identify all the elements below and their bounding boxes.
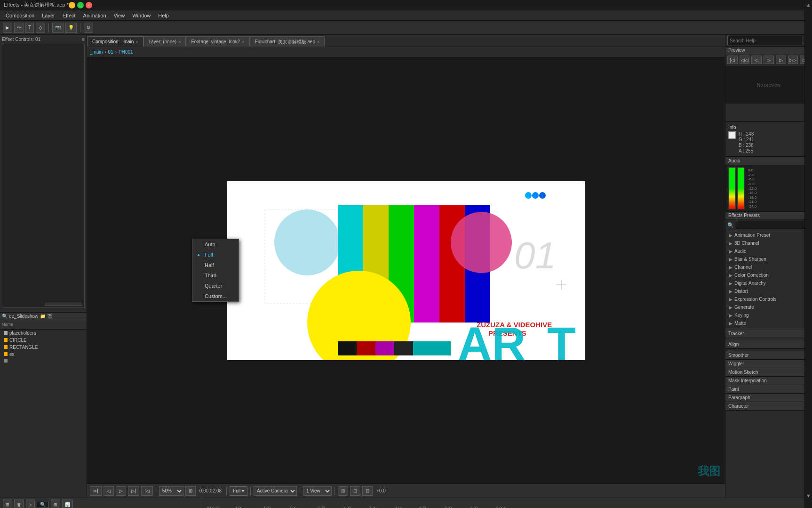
effects-item-keying[interactable]: ▶ Keying: [725, 311, 812, 319]
resolution-dropdown-btn[interactable]: Full ▾: [230, 486, 247, 496]
effects-item-audio[interactable]: ▶ Audio: [725, 247, 812, 255]
effects-search-icon: 🔍: [727, 222, 734, 228]
project-item-placeholders[interactable]: placeholders: [0, 330, 87, 337]
tab-close[interactable]: ×: [178, 40, 181, 44]
tl-new-comp[interactable]: ⊞: [3, 500, 12, 508]
effects-item-animation[interactable]: ▶ Animation Preset: [725, 231, 812, 239]
tool-light[interactable]: 💡: [65, 23, 77, 33]
breadcrumb-sub1[interactable]: 01: [108, 49, 113, 55]
breadcrumb-main[interactable]: _main: [90, 49, 103, 55]
tl-delete[interactable]: 🗑: [14, 500, 24, 508]
vc-grid[interactable]: ⊞: [338, 486, 348, 496]
ruler-mark: 4;00: [395, 506, 403, 508]
menu-help[interactable]: Help: [154, 12, 173, 19]
tab-comp-main[interactable]: Composition: _main ×: [87, 36, 143, 47]
breadcrumb-sub2[interactable]: PH001: [119, 49, 133, 55]
vc-end[interactable]: |◁: [141, 486, 153, 496]
tool-select[interactable]: ▶: [3, 23, 12, 33]
effects-item-blur[interactable]: ▶ Blur & Sharpen: [725, 255, 812, 263]
effects-item-label: Expression Controls: [734, 297, 776, 302]
menu-layer[interactable]: Layer: [38, 12, 59, 19]
close-btn[interactable]: ×: [86, 2, 92, 8]
tool-camera[interactable]: 📷: [52, 23, 64, 33]
tab-close[interactable]: ×: [317, 40, 319, 44]
effects-item-color-correction[interactable]: ▶ Color Correction: [725, 271, 812, 279]
vc-fit[interactable]: ⊞: [185, 486, 196, 496]
vscroll-down[interactable]: ▼: [806, 498, 811, 499]
paragraph-header: Paragraph ×: [725, 394, 812, 402]
mask-interp-label: Mask Interpolation: [728, 378, 767, 383]
effects-item-3dchannel[interactable]: ▶ 3D Channel: [725, 239, 812, 247]
tool-rotate[interactable]: ↻: [84, 23, 93, 33]
tab-close[interactable]: ×: [242, 40, 244, 44]
effects-label: Effects Presets: [728, 213, 760, 218]
menu-view[interactable]: View: [110, 12, 129, 19]
tl-graph[interactable]: 📊: [62, 500, 73, 508]
watermark: 我图: [698, 464, 720, 479]
prev-step-fwd[interactable]: ▷: [776, 56, 786, 64]
effects-item-channel[interactable]: ▶ Channel: [725, 263, 812, 271]
dropdown-third[interactable]: Third: [192, 270, 239, 281]
minimize-btn[interactable]: −: [69, 2, 75, 8]
vc-prev[interactable]: ◁: [103, 486, 114, 496]
align-label: Align: [728, 342, 739, 347]
tool-text[interactable]: T: [25, 23, 34, 33]
prev-back[interactable]: ◁◁: [740, 56, 750, 64]
search-help-input[interactable]: [727, 36, 803, 45]
tab-flowchart[interactable]: Flowchart: 美女讲解模板.aep ×: [250, 36, 325, 47]
prev-step-back[interactable]: ◁: [751, 56, 762, 64]
arrow-icon: ▶: [729, 265, 732, 270]
project-item-5[interactable]: [0, 358, 87, 363]
menu-composition[interactable]: Composition: [2, 12, 38, 19]
preview-label: Preview: [728, 48, 745, 53]
menu-animation[interactable]: Animation: [80, 12, 110, 19]
menu-window[interactable]: Window: [128, 12, 154, 19]
ruler-mark: 2;30: [318, 506, 325, 508]
prev-fwd[interactable]: ▷▷: [788, 56, 798, 64]
tool-pen[interactable]: ✏: [14, 23, 24, 33]
svg-point-31: [525, 192, 532, 199]
project-new-item[interactable]: 📁: [40, 314, 46, 319]
view-select[interactable]: 1 View 2 Views 4 Views: [303, 486, 332, 496]
main-layout: Effect Controls: 01 ≡ 🔍 de_Slideshow 📁 🎬…: [0, 35, 812, 498]
effect-controls-menu[interactable]: ≡: [82, 37, 85, 42]
vc-mask[interactable]: ⊟: [362, 486, 373, 496]
paragraph-label: Paragraph: [728, 395, 750, 400]
vc-play[interactable]: ▷: [116, 486, 126, 496]
tl-more[interactable]: ⊞: [51, 500, 60, 508]
effects-item-label: Blur & Sharpen: [734, 257, 766, 262]
tab-layer[interactable]: Layer: (none) ×: [143, 36, 186, 47]
dropdown-quarter[interactable]: Quarter: [192, 281, 239, 291]
project-new-comp[interactable]: 🎬: [47, 314, 53, 319]
search-input[interactable]: 🔍: [37, 501, 49, 508]
prev-play[interactable]: ▷: [764, 56, 774, 64]
effects-item-generate[interactable]: ▶ Generate: [725, 303, 812, 311]
dropdown-auto[interactable]: Auto: [192, 239, 239, 250]
project-item-rectangle[interactable]: RECTANGLE: [0, 344, 87, 351]
maximize-btn[interactable]: □: [77, 2, 84, 8]
effects-item-expression[interactable]: ▶ Expression Controls: [725, 295, 812, 303]
vc-next[interactable]: ▷|: [128, 486, 140, 496]
prev-first[interactable]: |◁: [727, 56, 738, 64]
dropdown-half[interactable]: Half: [192, 260, 239, 270]
project-item-circle[interactable]: CIRCLE: [0, 337, 87, 344]
menu-effect[interactable]: Effect: [59, 12, 80, 19]
vc-safe[interactable]: ⊡: [350, 486, 360, 496]
effects-item-distort[interactable]: ▶ Distort: [725, 287, 812, 295]
dropdown-custom[interactable]: Custom...: [192, 291, 239, 301]
tab-footage[interactable]: Footage: vintage_look2 ×: [186, 36, 249, 47]
info-g: G : 241: [739, 137, 754, 142]
effects-search-input[interactable]: [735, 221, 810, 229]
arrow-icon: ▶: [729, 313, 732, 318]
dropdown-full[interactable]: ● Full: [192, 250, 239, 260]
effects-item-digital[interactable]: ▶ Digital Anarchy: [725, 279, 812, 287]
tool-shape[interactable]: ◇: [36, 23, 45, 33]
tl-preview[interactable]: ▷: [26, 500, 35, 508]
zoom-select[interactable]: 50% 100% 25%: [159, 486, 183, 496]
tab-close[interactable]: ×: [135, 40, 138, 44]
project-item-es[interactable]: es: [0, 351, 87, 358]
breadcrumb-sep: ›: [104, 49, 106, 55]
camera-select[interactable]: Active Camera: [254, 486, 297, 496]
effects-item-matte[interactable]: ▶ Matte: [725, 319, 812, 327]
vc-home[interactable]: ⊳|: [90, 486, 102, 496]
